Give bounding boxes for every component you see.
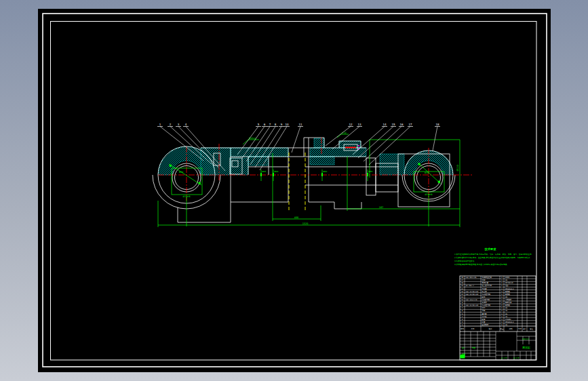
bom-name: 组合密封垫圈 xyxy=(482,284,492,287)
gland-inner-section xyxy=(310,157,334,165)
title-block-entry: 第 1 张 xyxy=(513,357,520,359)
bom-material: ZQSn6-6-3 xyxy=(505,321,514,323)
callout-number-10: 10 xyxy=(285,123,289,126)
bom-code: GB/T 10708.1-89 xyxy=(466,304,479,306)
bom-no: 17 xyxy=(461,279,464,281)
bom-no: 11 xyxy=(461,296,464,298)
bom-material: 组合 xyxy=(505,285,509,287)
bom-name: 缸底耳环 xyxy=(482,323,489,326)
callout-number-7: 7 xyxy=(269,123,271,126)
bore-dim-arrow xyxy=(260,173,262,176)
title-block-entry: 校核 xyxy=(461,353,466,355)
drawing-title: 液压缸 xyxy=(522,346,530,349)
bom-name: 支承环 xyxy=(482,301,488,304)
bom-code: GB/T 10708.3-89 xyxy=(466,291,479,293)
bom-code: GB/T 893.1-86 xyxy=(466,277,477,279)
bom-name: 挡圈 xyxy=(482,279,486,281)
dim-stroke: 400 xyxy=(294,216,298,219)
callout-number-8: 8 xyxy=(275,123,277,126)
bom-name: 缸盖 xyxy=(482,296,486,298)
callout-number-14: 14 xyxy=(383,123,387,126)
cad-canvas[interactable]: 1320 400 167 Ø110 Ø70H8 Ø70H8 Ø70 Ø70 M1… xyxy=(0,0,588,381)
bom-material: 酚醛夹布 xyxy=(505,301,512,304)
bom-no: 16 xyxy=(461,282,464,284)
note-line-2: 2.装配时密封件不得有擦伤、扭曲现象,安装前应涂以适量的润滑油脂,O形圈、Yx形… xyxy=(454,256,532,259)
bom-header: 名称 xyxy=(488,327,492,330)
bom-code: GB/T 3452.1-92 xyxy=(466,299,478,301)
bom-name: 衬套 xyxy=(482,321,486,323)
bore-dim-arrow xyxy=(273,173,274,176)
bom-name: 孔用弹性挡圈 xyxy=(482,276,492,279)
dim-right-eye-diag: Ø70 xyxy=(425,172,429,174)
bom-header: 备注 xyxy=(530,327,534,330)
bore-dim-label: Ø45 xyxy=(262,170,267,173)
note-line-4: 4.按试验规程进行耐压试验,额定压力16MPa,保压不得有渗漏现象。 xyxy=(454,263,509,266)
bom-material: 丁腈橡胶 xyxy=(505,298,512,301)
bore-dim-label: Ø63 xyxy=(275,170,279,173)
bom-material: 聚氨酯 xyxy=(505,293,511,296)
title-block-entry: 设计 xyxy=(462,346,466,349)
dim-right-vertical: Ø110 xyxy=(456,165,459,171)
callout-number-6: 6 xyxy=(264,123,266,126)
bom-no: 13 xyxy=(461,291,464,293)
callout-number-2: 2 xyxy=(170,123,172,126)
bom-material: 聚氨酯 xyxy=(505,290,511,293)
bom-name: 活塞 xyxy=(482,306,486,309)
bore-dim-arrow xyxy=(367,173,368,176)
callout-number-1: 1 xyxy=(159,123,161,126)
bom-name: 缓冲套 xyxy=(482,313,488,315)
bom-name: O形密封圈 xyxy=(482,298,490,301)
callout-number-5: 5 xyxy=(258,123,260,126)
bom-material: 65Mn xyxy=(505,277,510,279)
bom-header: 单件 xyxy=(518,327,522,330)
bore-dim-arrow xyxy=(321,173,323,176)
title-block-entry: 共 1 张 xyxy=(501,357,507,359)
bom-header: 总计 xyxy=(522,327,527,330)
bom-name: Yx形密封圈 xyxy=(482,304,491,306)
bom-header: 数量 xyxy=(500,327,504,330)
bom-code: JB/T 982-77 xyxy=(465,285,475,287)
bom-name: 耳环衬套 xyxy=(482,281,489,284)
callout-number-11: 11 xyxy=(298,123,302,126)
gland-wall-section xyxy=(310,148,366,157)
callout-number-13: 13 xyxy=(357,123,361,126)
dim-left-eye: Ø70H8 xyxy=(183,195,191,198)
callout-number-16: 16 xyxy=(399,123,404,126)
bom-header: 代号 xyxy=(471,327,475,330)
bom-material: 27SiMn xyxy=(505,319,511,321)
bom-no: 10 xyxy=(461,299,464,301)
bom-name: 导向套 xyxy=(482,288,488,290)
bom-material: 聚氨酯 xyxy=(505,304,511,306)
bom-name: 防尘圈 xyxy=(482,290,488,293)
bom-header: 序号 xyxy=(460,327,465,330)
dim-right-eye: Ø70H8 xyxy=(425,193,433,196)
dim-head-length: 167 xyxy=(379,206,383,209)
bom-code: GB/T 10708.1-89 xyxy=(466,294,479,296)
bom-name: 活塞杆 xyxy=(482,315,488,318)
bom-no: 18 xyxy=(461,277,464,279)
title-block-entry: 比例 1:2 xyxy=(522,338,530,340)
bom-name: 缸体 xyxy=(482,319,486,321)
bom-name: Yx形密封圈 xyxy=(482,293,491,296)
bom-name: 卡键 xyxy=(482,309,486,312)
note-line-3: 3.装配后各运动件应灵活。 xyxy=(454,260,476,262)
title-block-entry: 制图 xyxy=(472,346,476,349)
bom-header: 材料 xyxy=(508,327,513,330)
left-cap-section xyxy=(201,148,231,175)
note-line-1: 1.零件在装配前必须清洗干净,不得有毛刺、飞边、氧化皮、锈蚀、切屑、油污、着色剂… xyxy=(454,253,533,256)
callout-number-15: 15 xyxy=(391,123,395,126)
dim-left-eye-diag: Ø70 xyxy=(179,171,183,174)
callout-number-12: 12 xyxy=(349,123,353,126)
bore-dim-label: Ø55 xyxy=(369,170,373,173)
callout-number-4: 4 xyxy=(185,123,187,126)
rod-head-section xyxy=(380,154,404,175)
dim-overall: 1320 xyxy=(302,222,309,225)
bom-material: QT450-10 xyxy=(505,282,513,284)
callout-number-18: 18 xyxy=(435,123,439,126)
bom-material: ZQSn6-6-3 xyxy=(505,288,514,290)
detail-dot-1 xyxy=(358,145,359,146)
dim-thread-leader: M10×1 xyxy=(249,137,256,140)
bore-dim-label: Ø40 xyxy=(324,170,328,173)
callout-number-3: 3 xyxy=(178,123,180,126)
gland-flange-section xyxy=(314,138,324,148)
